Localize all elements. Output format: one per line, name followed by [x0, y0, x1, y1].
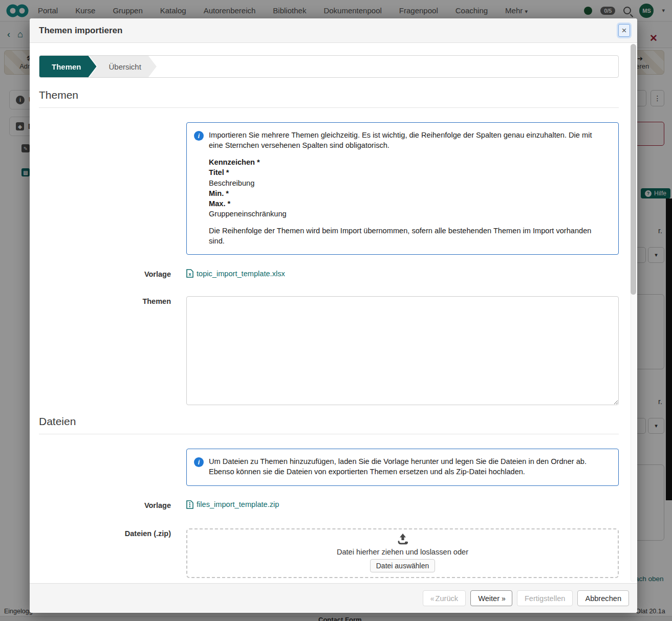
column-name: Max. *	[209, 198, 609, 209]
vorlage-label: Vorlage	[39, 269, 186, 280]
section-heading-themen: Themen	[39, 89, 619, 108]
xlsx-template-link[interactable]: x topic_import_template.xlsx	[186, 269, 285, 278]
section-heading-dateien: Dateien	[39, 415, 619, 434]
themen-textarea-row: Themen	[39, 296, 619, 407]
wizard-step-uebersicht: Übersicht	[90, 56, 157, 77]
dropzone-row: Dateien (.zip) Datei hierher ziehen und …	[39, 528, 619, 578]
themen-textarea[interactable]	[186, 296, 619, 405]
next-button-label: Weiter	[478, 594, 500, 603]
xlsx-template-filename: topic_import_template.xlsx	[197, 270, 285, 278]
modal-header: Themen importieren ×	[30, 18, 637, 43]
next-button[interactable]: Weiter »	[470, 590, 512, 606]
themen-textarea-label: Themen	[39, 296, 186, 407]
finish-button: Fertigstellen	[517, 590, 573, 606]
themen-info-content: Importieren Sie mehrere Themen gleichzei…	[209, 130, 609, 246]
vorlage-row-dateien: Vorlage files_import_template.zip	[39, 500, 619, 511]
dropzone-text: Datei hierher ziehen und loslassen oder	[337, 548, 468, 556]
modal-footer: « Zurück Weiter » Fertigstellen Abbreche…	[30, 583, 637, 613]
zip-template-filename: files_import_template.zip	[197, 500, 279, 508]
wizard-steps: Themen Übersicht	[39, 55, 619, 78]
modal-body: Themen Übersicht Themen i Importieren Si…	[30, 43, 637, 583]
column-name: Titel *	[209, 167, 609, 178]
chevrons-left-icon: «	[430, 594, 433, 603]
vorlage-row-themen: Vorlage x topic_import_template.xlsx	[39, 269, 619, 280]
info-paragraph: Die Reihenfolge der Themen wird beim Imp…	[209, 226, 609, 246]
column-name: Gruppeneinschränkung	[209, 209, 609, 219]
dateien-info-content: Um Dateien zu Themen hinzuzufügen, laden…	[209, 456, 609, 477]
required-columns-list: Kennzeichen * Titel * Beschreibung Min. …	[209, 157, 609, 219]
zip-file-icon	[186, 500, 193, 509]
file-dropzone[interactable]: Datei hierher ziehen und loslassen oder …	[186, 528, 619, 578]
excel-file-icon: x	[186, 269, 193, 278]
info-paragraph: Importieren Sie mehrere Themen gleichzei…	[209, 130, 598, 150]
info-paragraph: Um Dateien zu Themen hinzuzufügen, laden…	[209, 456, 609, 477]
column-name: Beschreibung	[209, 178, 609, 188]
wizard-step-themen[interactable]: Themen	[39, 56, 97, 77]
close-icon[interactable]: ×	[618, 24, 630, 37]
column-name: Min. *	[209, 188, 609, 198]
zip-template-link[interactable]: files_import_template.zip	[186, 500, 279, 509]
back-button-label: Zurück	[436, 594, 459, 603]
back-button: « Zurück	[423, 590, 466, 606]
vorlage-label: Vorlage	[39, 500, 186, 511]
column-name: Kennzeichen *	[209, 157, 609, 167]
svg-text:x: x	[188, 272, 191, 277]
info-icon: i	[194, 131, 204, 141]
upload-icon	[396, 534, 409, 545]
dateien-info-box: i Um Dateien zu Themen hinzuzufügen, lad…	[186, 449, 619, 485]
chevrons-right-icon: »	[502, 594, 505, 603]
modal-scrollbar-thumb[interactable]	[631, 44, 636, 295]
modal-title: Themen importieren	[39, 26, 122, 36]
cancel-button[interactable]: Abbrechen	[577, 590, 629, 606]
modal-scrollbar-track[interactable]	[631, 44, 636, 582]
info-icon: i	[194, 457, 204, 467]
dropzone-label: Dateien (.zip)	[39, 528, 186, 578]
themen-info-box: i Importieren Sie mehrere Themen gleichz…	[186, 122, 619, 255]
import-topics-modal: Themen importieren × Themen Übersicht Th…	[30, 18, 637, 613]
choose-file-button[interactable]: Datei auswählen	[370, 559, 436, 572]
